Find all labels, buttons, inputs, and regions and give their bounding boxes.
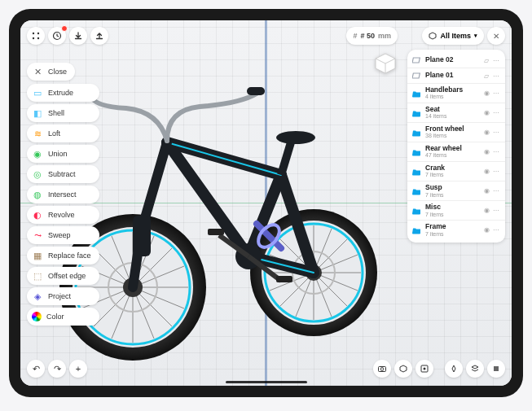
outline-item-subtitle: 47 items <box>425 152 479 159</box>
tool-replace-face[interactable]: ▦Replace face <box>27 247 99 265</box>
outline-item-actions: ▱⋯ <box>482 56 500 64</box>
close-panel-button[interactable]: ✕ <box>487 27 505 45</box>
more-icon[interactable]: ⋯ <box>492 148 500 156</box>
folder-icon <box>412 167 422 177</box>
svg-marker-52 <box>400 365 407 372</box>
tool-label: Extrude <box>48 89 73 97</box>
camera-icon <box>377 364 387 374</box>
outline-item-rear-wheel[interactable]: Rear wheel47 items◉⋯ <box>407 142 505 161</box>
tool-project[interactable]: ◈Project <box>27 287 99 305</box>
snap-button[interactable] <box>445 360 463 378</box>
tool-label: Intersect <box>48 190 77 199</box>
tool-label: Shell <box>48 109 64 117</box>
intersect-icon: ◍ <box>32 189 43 200</box>
menu-icon <box>491 364 501 374</box>
import-button[interactable] <box>69 27 87 45</box>
outline-item-plane-01[interactable]: Plane 01▱⋯ <box>407 68 505 83</box>
undo-icon: ↶ <box>33 364 40 374</box>
tool-intersect[interactable]: ◍Intersect <box>27 186 99 203</box>
settings-button[interactable] <box>487 360 505 378</box>
add-button[interactable]: + <box>69 360 87 378</box>
tool-offset-edge[interactable]: ⬚Offset edge <box>27 267 99 285</box>
undo-button[interactable]: ↶ <box>27 360 45 378</box>
more-icon[interactable]: ⋯ <box>492 56 500 64</box>
tool-label: Replace face <box>48 251 91 260</box>
outline-item-label: Frame <box>425 223 479 230</box>
outline-item-actions: ◉⋯ <box>482 226 500 234</box>
visibility-icon[interactable]: ◉ <box>482 207 490 215</box>
redo-button[interactable]: ↷ <box>48 360 66 378</box>
outline-item-subtitle: 38 items <box>425 133 479 139</box>
more-icon[interactable]: ⋯ <box>492 187 500 195</box>
svg-point-51 <box>380 368 384 371</box>
more-icon[interactable]: ⋯ <box>492 207 500 215</box>
ar-button[interactable] <box>415 360 433 378</box>
tool-label: Color <box>46 313 64 321</box>
visibility-icon[interactable]: ◉ <box>482 187 490 195</box>
tool-label: Loft <box>48 129 60 138</box>
outline-item-text: Rear wheel47 items <box>425 145 479 159</box>
tool-extrude[interactable]: ▭Extrude <box>27 84 99 102</box>
more-icon[interactable]: ⋯ <box>492 168 500 176</box>
outline-item-seat[interactable]: Seat14 items◉⋯ <box>407 103 505 122</box>
history-icon <box>52 31 62 41</box>
plane-toggle-icon[interactable]: ▱ <box>482 56 490 64</box>
tool-shell[interactable]: ◧Shell <box>27 104 99 122</box>
union-icon: ◉ <box>32 148 43 160</box>
outline-item-handlebars[interactable]: Handlebars4 items◉⋯ <box>407 83 505 103</box>
svg-rect-49 <box>412 73 420 78</box>
camera-button[interactable] <box>373 360 391 378</box>
visibility-icon[interactable]: ◉ <box>482 148 490 156</box>
tool-subtract[interactable]: ◎Subtract <box>27 165 99 183</box>
document-units[interactable]: # # 50 mm <box>346 27 398 45</box>
outline-header-label: All Items <box>440 32 471 40</box>
outline-dropdown[interactable]: All Items ▾ <box>422 27 484 45</box>
tool-sweep[interactable]: ⤳Sweep <box>27 226 99 244</box>
import-icon <box>73 31 83 41</box>
outline-item-label: Plane 02 <box>425 56 479 63</box>
tool-label: Project <box>48 292 71 300</box>
outline-item-front-wheel[interactable]: Front wheel38 items◉⋯ <box>407 122 505 142</box>
layers-button[interactable] <box>466 360 484 378</box>
tool-revolve[interactable]: ◐Revolve <box>27 206 99 224</box>
outline-item-crank[interactable]: Crank7 items◉⋯ <box>407 161 505 181</box>
grid-icon <box>31 31 41 41</box>
visibility-icon[interactable]: ◉ <box>482 90 490 98</box>
close-tool-button[interactable]: ✕ Close <box>27 63 75 81</box>
visibility-icon[interactable]: ◉ <box>482 226 490 234</box>
menu-button[interactable] <box>27 27 45 45</box>
outline-item-label: Misc <box>425 203 479 211</box>
folder-icon <box>412 147 422 157</box>
outline-item-text: Frame7 items <box>425 223 479 237</box>
more-icon[interactable]: ⋯ <box>492 90 500 98</box>
tool-color[interactable]: Color <box>27 308 99 326</box>
close-label: Close <box>48 68 67 76</box>
subtract-icon: ◎ <box>32 168 43 180</box>
outline-item-actions: ▱⋯ <box>482 72 500 80</box>
history-button[interactable] <box>48 27 66 45</box>
outline-panel: Plane 02▱⋯Plane 01▱⋯Handlebars4 items◉⋯S… <box>407 50 505 243</box>
more-icon[interactable]: ⋯ <box>492 129 500 137</box>
view-button[interactable] <box>394 360 412 378</box>
export-button[interactable] <box>90 27 108 45</box>
more-icon[interactable]: ⋯ <box>492 226 500 234</box>
tool-union[interactable]: ◉Union <box>27 145 99 163</box>
tool-loft[interactable]: ≋Loft <box>27 125 99 142</box>
orientation-widget[interactable] <box>373 51 398 76</box>
svg-point-43 <box>37 37 39 39</box>
more-icon[interactable]: ⋯ <box>492 109 500 117</box>
outline-item-misc[interactable]: Misc7 items◉⋯ <box>407 200 505 220</box>
visibility-icon[interactable]: ◉ <box>482 129 490 137</box>
outline-item-actions: ◉⋯ <box>482 109 500 117</box>
more-icon[interactable]: ⋯ <box>492 72 500 80</box>
visibility-icon[interactable]: ◉ <box>482 109 490 117</box>
outline-item-frame[interactable]: Frame7 items◉⋯ <box>407 220 505 239</box>
outline-item-actions: ◉⋯ <box>482 148 500 156</box>
outline-item-text: Plane 01 <box>425 72 479 79</box>
svg-point-42 <box>33 37 34 39</box>
visibility-icon[interactable]: ◉ <box>482 168 490 176</box>
ar-icon <box>420 364 429 374</box>
outline-item-plane-02[interactable]: Plane 02▱⋯ <box>407 53 505 68</box>
plane-toggle-icon[interactable]: ▱ <box>482 72 490 80</box>
outline-item-susp[interactable]: Susp7 items◉⋯ <box>407 181 505 200</box>
